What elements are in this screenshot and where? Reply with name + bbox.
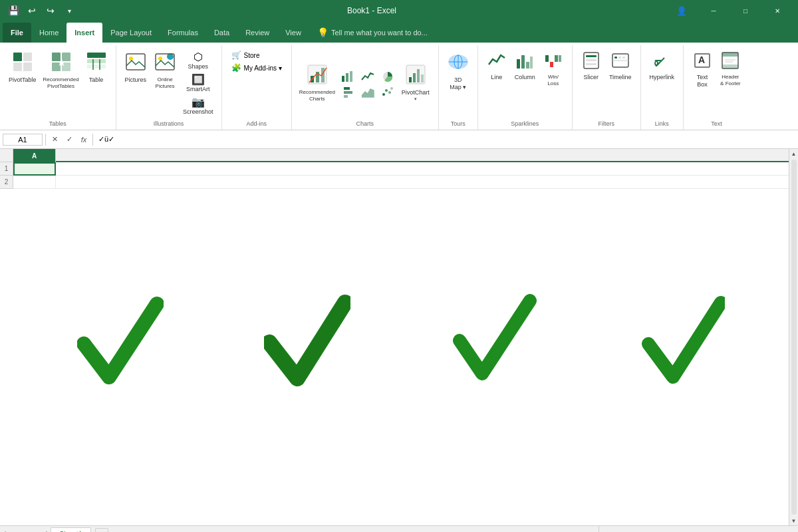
checkmark-1 <box>77 291 164 397</box>
svg-rect-46 <box>526 62 529 68</box>
column-sparkline-button[interactable]: Column <box>511 49 539 83</box>
line-chart-button[interactable] <box>358 69 377 84</box>
tours-group-label: Tours <box>451 119 466 128</box>
table-button[interactable]: Table <box>82 49 110 86</box>
row-headers: 1 2 <box>0 162 13 189</box>
hyperlink-button[interactable]: Hyperlink <box>646 49 678 83</box>
formula-separator <box>45 134 46 146</box>
bar-chart-button[interactable] <box>338 85 357 100</box>
tables-group-label: Tables <box>49 119 66 128</box>
tab-file[interactable]: File <box>3 23 31 43</box>
tab-data[interactable]: Data <box>206 23 237 43</box>
svg-rect-25 <box>346 73 348 82</box>
svg-rect-58 <box>618 57 621 59</box>
vertical-scrollbar[interactable]: ▲ ▼ <box>789 149 798 525</box>
svg-rect-2 <box>13 63 22 71</box>
slicer-button[interactable]: Slicer <box>578 49 604 83</box>
redo-button[interactable]: ↪ <box>43 3 59 19</box>
tab-pagelayout[interactable]: Page Layout <box>102 23 160 43</box>
col-header-a: A <box>13 149 56 162</box>
tab-review[interactable]: Review <box>237 23 277 43</box>
pivottable-button[interactable]: PivotTable <box>5 49 40 86</box>
svg-rect-48 <box>545 55 549 62</box>
scatter-chart-button[interactable] <box>378 85 397 100</box>
sparklines-group-label: Sparklines <box>511 119 539 128</box>
pie-chart-button[interactable] <box>378 69 397 84</box>
scroll-right-button[interactable]: ▶ <box>789 530 798 533</box>
ribbon-group-tours: 3DMap ▾ Tours <box>439 45 478 130</box>
tab-insert[interactable]: Insert <box>66 23 102 43</box>
store-button[interactable]: 🛒 Store <box>227 49 286 61</box>
screenshot-button[interactable]: 📷 Screenshot <box>180 94 216 116</box>
scroll-down-button[interactable]: ▼ <box>789 516 799 525</box>
ribbon-group-text: A TextBox Header& Footer Text <box>684 45 749 130</box>
confirm-formula-button[interactable]: ✓ <box>63 134 75 146</box>
add-sheet-button[interactable]: + <box>95 528 108 533</box>
tab-tellme[interactable]: 💡 Tell me what you want to do... <box>309 23 436 43</box>
svg-point-31 <box>382 93 385 96</box>
ribbon-group-illustrations: Pictures 🌐 OnlinePictures ⬡ Shapes 🔲 Sma… <box>116 45 222 130</box>
text-buttons: A TextBox Header& Footer <box>688 47 745 119</box>
svg-point-17 <box>158 57 162 61</box>
undo-button[interactable]: ↩ <box>24 3 40 19</box>
pictures-button[interactable]: Pictures <box>122 49 150 86</box>
tab-home[interactable]: Home <box>31 23 66 43</box>
slicer-icon <box>582 51 600 72</box>
minimize-button[interactable]: ─ <box>698 0 729 21</box>
timeline-button[interactable]: Timeline <box>606 49 635 83</box>
smartart-button[interactable]: 🔲 SmartArt <box>180 72 216 94</box>
area-chart-button[interactable] <box>358 85 377 100</box>
recommended-charts-icon <box>307 64 328 88</box>
svg-rect-36 <box>409 77 412 82</box>
svg-rect-30 <box>344 95 348 98</box>
sheet-tab-1[interactable]: Sheet1 <box>51 527 91 533</box>
addins-col: 🛒 Store 🧩 My Add-ins ▾ <box>227 49 286 74</box>
store-icon: 🛒 <box>231 51 241 60</box>
cell-reference-box[interactable] <box>3 134 43 146</box>
header-footer-button[interactable]: Header& Footer <box>717 49 744 88</box>
scroll-up-button[interactable]: ▲ <box>789 149 799 158</box>
cancel-formula-button[interactable]: ✕ <box>49 134 61 146</box>
line-sparkline-icon <box>487 51 506 72</box>
online-pictures-button[interactable]: 🌐 OnlinePictures <box>151 49 179 91</box>
svg-rect-0 <box>13 53 22 61</box>
user-button[interactable]: 👤 <box>666 0 697 21</box>
shapes-button[interactable]: ⬡ Shapes <box>180 49 216 71</box>
customize-quick-access[interactable]: ▾ <box>61 3 77 19</box>
close-button[interactable]: ✕ <box>762 0 793 21</box>
next-sheet-button[interactable]: ▶ <box>27 529 37 533</box>
smartart-icon: 🔲 <box>192 73 205 86</box>
tab-view[interactable]: View <box>277 23 309 43</box>
sheet-tab-area: |◀ ◀ ▶ ▶| Sheet1 + ◀ ▶ <box>0 525 798 532</box>
chart-row-1 <box>338 69 397 84</box>
scroll-track-vertical[interactable] <box>791 160 797 515</box>
column-chart-button[interactable] <box>338 69 357 84</box>
pivotchart-button[interactable]: PivotChart ▾ <box>398 62 433 104</box>
my-addins-button[interactable]: 🧩 My Add-ins ▾ <box>227 62 286 74</box>
svg-rect-29 <box>344 91 352 94</box>
first-sheet-button[interactable]: |◀ <box>3 529 13 533</box>
recommended-pivottables-button[interactable]: ★ RecommendedPivotTables <box>41 49 81 91</box>
last-sheet-button[interactable]: ▶| <box>39 529 49 533</box>
line-sparkline-button[interactable]: Line <box>483 49 510 83</box>
text-box-button[interactable]: A TextBox <box>689 49 716 90</box>
3d-map-button[interactable]: 3DMap ▾ <box>444 49 472 93</box>
window-title: Book1 - Excel <box>77 6 666 15</box>
ribbon-group-charts: RecommendedCharts <box>292 45 439 130</box>
scroll-left-button[interactable]: ◀ <box>599 530 608 533</box>
winloss-sparkline-button[interactable]: Win/Loss <box>540 49 567 88</box>
spreadsheet-grid[interactable] <box>13 162 789 525</box>
header-footer-label: Header& Footer <box>720 74 741 86</box>
svg-rect-47 <box>530 57 533 68</box>
store-label: Store <box>244 52 260 59</box>
recommended-charts-button[interactable]: RecommendedCharts <box>297 62 337 104</box>
filters-buttons: Slicer Timeline <box>577 47 636 119</box>
tab-formulas[interactable]: Formulas <box>160 23 206 43</box>
prev-sheet-button[interactable]: ◀ <box>15 529 25 533</box>
insert-function-button[interactable]: fx <box>78 134 90 146</box>
save-button[interactable]: 💾 <box>5 3 21 19</box>
horizontal-scrollbar[interactable]: ◀ ▶ <box>598 526 798 533</box>
formula-input[interactable] <box>96 136 795 144</box>
maximize-button[interactable]: □ <box>730 0 761 21</box>
illustrations-buttons: Pictures 🌐 OnlinePictures ⬡ Shapes 🔲 Sma… <box>120 47 217 119</box>
